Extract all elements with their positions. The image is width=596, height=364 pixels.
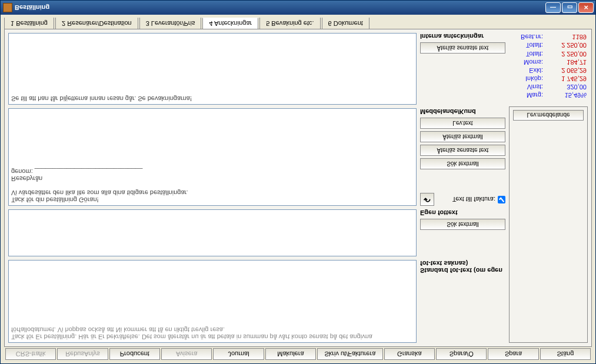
egen-fottext-memo[interactable] — [8, 209, 417, 256]
faktura-label: Text till faktura: — [452, 196, 495, 203]
sok-textmall-button-1[interactable]: Sök textmall — [420, 158, 505, 169]
lev-meddelande-button[interactable]: Lev.meddelande — [513, 110, 584, 121]
lev-text-button[interactable]: Lev.text — [420, 118, 505, 129]
tabstrip: 1 Beställning 2 Resenärer/Destination 3 … — [4, 17, 592, 29]
producent-button[interactable]: Producent — [109, 348, 160, 360]
standard-fottext-label: Standard fot-text (om egen fot-text sakn… — [420, 260, 505, 274]
aterlas-textmall-button[interactable]: Återläs textmall — [420, 131, 505, 142]
tab-bevakning[interactable]: 5 Bevakning etc. — [259, 18, 320, 29]
stang-button[interactable]: Stäng — [540, 348, 591, 360]
tab-body: Interna anteckningar Återläs senaste tex… — [4, 29, 592, 347]
maximize-button[interactable]: ▭ — [562, 2, 577, 13]
kund-memo[interactable] — [8, 108, 417, 206]
app-icon — [3, 3, 12, 12]
meddelande-label: Meddelande/Kund — [420, 108, 505, 115]
makulera-button[interactable]: Makulera — [265, 348, 316, 360]
egen-fottext-label: Egen fottext — [420, 209, 505, 216]
faktura-checkbox[interactable] — [498, 196, 505, 203]
summary-panel: Best.nr:1189 Totalt:2 250,00 Totalt:2 25… — [509, 33, 588, 99]
tab-leverantor[interactable]: 3 Leverantör/Pris — [139, 18, 202, 29]
bottom-toolbar: CRS-trafik RebusAnlys Producent Avisera … — [4, 347, 592, 362]
undo-icon[interactable]: ↶ — [420, 193, 434, 206]
bestallning-window: Beställning — ▭ ✕ 1 Beställning 2 Resenä… — [0, 0, 596, 364]
titlebar: Beställning — ▭ ✕ — [1, 1, 595, 15]
spara-o-button[interactable]: Spara/Ö — [436, 348, 487, 360]
interna-label: Interna anteckningar — [420, 33, 505, 40]
tab-anteckningar[interactable]: 4 Anteckningar — [202, 18, 258, 29]
minimize-button[interactable]: — — [545, 2, 561, 13]
tab-dokument[interactable]: 6 Dokument — [322, 18, 369, 29]
avisera-button[interactable]: Avisera — [161, 348, 212, 360]
aterlas-senaste-button-2[interactable]: Återläs senaste text — [420, 145, 505, 156]
tab-bestallning[interactable]: 1 Beställning — [4, 18, 54, 29]
standard-fottext-memo[interactable] — [8, 260, 417, 343]
granska-button[interactable]: Granska — [384, 348, 435, 360]
tab-resenarer[interactable]: 2 Resenärer/Destination — [55, 18, 138, 29]
journal-button[interactable]: Journal — [213, 348, 264, 360]
aterlas-senaste-button-1[interactable]: Återläs senaste text — [420, 42, 505, 54]
sok-textmall-button-2[interactable]: Sök textmall — [420, 219, 505, 230]
lev-meddelande-panel: Lev.meddelande — [509, 106, 588, 343]
crs-trafik-button[interactable]: CRS-trafik — [5, 348, 56, 360]
interna-memo[interactable] — [8, 33, 417, 105]
skriv-ut-fakturera-button[interactable]: Skriv ut/Fakturera — [317, 348, 383, 360]
window-title: Beställning — [15, 4, 543, 11]
close-button[interactable]: ✕ — [578, 2, 594, 13]
rebus-anlys-button[interactable]: RebusAnlys — [57, 348, 108, 360]
spara-button[interactable]: Spara — [488, 348, 538, 360]
